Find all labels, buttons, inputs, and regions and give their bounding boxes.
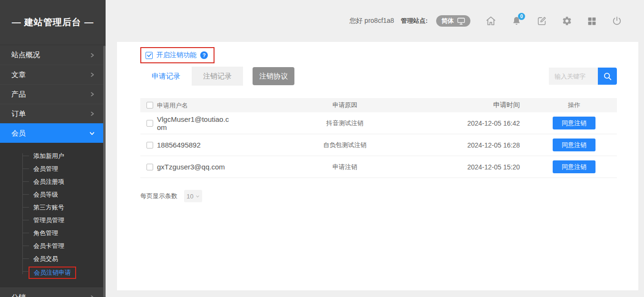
edit-icon[interactable] xyxy=(537,16,547,26)
search-group xyxy=(549,68,617,85)
sidebar-menu: 站点概况 文章 产品 订单 会员 xyxy=(0,45,106,143)
sidebar-submenu-members: 添加新用户 会员管理 会员注册项 会员等级 第三方账号 管理员管理 角色管理 会… xyxy=(0,143,106,287)
column-header-username: 申请用户名 xyxy=(157,101,266,109)
submenu-item-registration-fields[interactable]: 会员注册项 xyxy=(0,175,106,188)
sidebar-item-orders[interactable]: 订单 xyxy=(0,104,106,123)
pagination-row: 每页显示条数 10 xyxy=(140,190,617,202)
chevron-right-icon xyxy=(89,111,95,117)
tab-deregistration-records[interactable]: 注销记录 xyxy=(192,67,243,86)
submenu-item-member-deregistration[interactable]: 会员注销申请 xyxy=(0,265,106,280)
cell-reason: 自负包测试注销 xyxy=(266,141,423,149)
sidebar-scrollbar[interactable] xyxy=(103,46,106,297)
submenu-item-role-management[interactable]: 角色管理 xyxy=(0,227,106,239)
page-size-select[interactable]: 10 xyxy=(184,190,202,202)
table-header-row: 申请用户名 申请原因 申请时间 操作 xyxy=(140,98,617,112)
enable-deregistration-checkbox[interactable] xyxy=(146,52,153,59)
agree-deregistration-button[interactable]: 同意注销 xyxy=(553,160,595,173)
notification-badge: 0 xyxy=(518,13,525,20)
sidebar-item-label: 文章 xyxy=(11,70,26,79)
topbar-icon-group: 0 xyxy=(485,15,622,27)
language-label: 简体 xyxy=(441,17,454,25)
cell-time: 2024-12-05 15:20 xyxy=(423,163,531,171)
cell-reason: 抖音测试注销 xyxy=(266,119,423,128)
table-row: 18856495892 自负包测试注销 2024-12-05 16:28 同意注… xyxy=(140,134,617,156)
cell-time: 2024-12-05 16:42 xyxy=(423,119,531,127)
chevron-right-icon xyxy=(89,91,95,97)
cell-username: VlgcMuser1@toutiao.com xyxy=(157,115,232,131)
sidebar-item-site-overview[interactable]: 站点概况 xyxy=(0,45,106,65)
row-checkbox[interactable] xyxy=(146,142,153,148)
cell-time: 2024-12-05 16:28 xyxy=(423,141,531,149)
home-icon[interactable] xyxy=(485,15,497,27)
search-icon xyxy=(603,71,613,81)
help-question-icon[interactable]: ? xyxy=(200,51,208,59)
language-site-toggle[interactable]: 简体 xyxy=(436,15,470,27)
chevron-down-icon xyxy=(89,130,95,137)
deregistration-requests-table: 申请用户名 申请原因 申请时间 操作 VlgcMuser1@toutiao.co… xyxy=(140,98,617,178)
apps-grid-icon[interactable] xyxy=(587,16,597,26)
sidebar-item-products[interactable]: 产品 xyxy=(0,84,106,104)
user-greeting: 您好 pro8cf1a8 xyxy=(349,17,394,25)
column-header-reason: 申请原因 xyxy=(266,101,423,109)
chevron-right-icon xyxy=(89,52,95,58)
enable-deregistration-label[interactable]: 开启注销功能 xyxy=(156,51,196,59)
table-row: VlgcMuser1@toutiao.com 抖音测试注销 2024-12-05… xyxy=(140,112,617,134)
chevron-right-icon xyxy=(89,295,95,297)
sidebar-item-distribution[interactable]: 分销 xyxy=(0,287,106,297)
settings-gear-icon[interactable] xyxy=(562,16,572,26)
submenu-item-add-user[interactable]: 添加新用户 xyxy=(0,149,106,162)
sidebar-item-label: 订单 xyxy=(11,109,26,119)
submenu-item-member-cards[interactable]: 会员卡管理 xyxy=(0,239,106,252)
search-input[interactable] xyxy=(549,68,598,85)
tab-application-records[interactable]: 申请记录 xyxy=(140,67,192,86)
deregistration-toggle-row: 开启注销功能 ? xyxy=(140,47,617,63)
chevron-right-icon xyxy=(89,72,95,78)
highlight-box: 开启注销功能 ? xyxy=(140,47,215,63)
sidebar-item-label: 产品 xyxy=(11,90,26,99)
submenu-item-member-management[interactable]: 会员管理 xyxy=(0,162,106,175)
sidebar-item-label: 站点概况 xyxy=(11,50,40,59)
app-title: — 建站管理后台 — xyxy=(0,0,106,45)
row-checkbox[interactable] xyxy=(146,120,153,127)
main-panel: 开启注销功能 ? 申请记录 注销记录 注销协议 申请用户名 申请原因 申请时间 … xyxy=(117,42,638,290)
column-header-action: 操作 xyxy=(531,101,617,109)
submenu-item-member-levels[interactable]: 会员等级 xyxy=(0,188,106,201)
cell-username: 18856495892 xyxy=(157,141,201,149)
topbar: 您好 pro8cf1a8 管理站点: 简体 0 xyxy=(106,0,644,42)
sidebar-item-members[interactable]: 会员 xyxy=(0,123,106,143)
sidebar-item-label: 分销 xyxy=(11,293,26,297)
submenu-item-admin-management[interactable]: 管理员管理 xyxy=(0,214,106,227)
table-row: gxTzguser3@qq.com 申请注销 2024-12-05 15:20 … xyxy=(140,156,617,178)
managed-site-label: 管理站点: xyxy=(401,17,428,25)
submenu-item-third-party-accounts[interactable]: 第三方账号 xyxy=(0,201,106,214)
agree-deregistration-button[interactable]: 同意注销 xyxy=(553,139,595,151)
monitor-icon xyxy=(457,18,465,25)
page-size-label: 每页显示条数 xyxy=(140,192,177,200)
sidebar-item-label: 会员 xyxy=(11,129,26,138)
sidebar-item-articles[interactable]: 文章 xyxy=(0,65,106,84)
cell-reason: 申请注销 xyxy=(266,163,423,171)
search-button[interactable] xyxy=(598,68,617,85)
column-header-time: 申请时间 xyxy=(423,101,531,109)
deregistration-agreement-button[interactable]: 注销协议 xyxy=(253,67,294,85)
chevron-down-icon xyxy=(195,194,200,198)
agree-deregistration-button[interactable]: 同意注销 xyxy=(553,117,595,129)
power-logout-icon[interactable] xyxy=(612,16,622,26)
submenu-item-member-transactions[interactable]: 会员交易 xyxy=(0,252,106,265)
select-all-checkbox[interactable] xyxy=(146,102,153,109)
highlight-box: 会员注销申请 xyxy=(29,267,76,279)
tabs-row: 申请记录 注销记录 注销协议 xyxy=(140,67,617,86)
notifications-bell-icon[interactable]: 0 xyxy=(511,16,522,26)
row-checkbox[interactable] xyxy=(146,164,153,170)
cell-username: gxTzguser3@qq.com xyxy=(157,163,225,171)
sidebar: — 建站管理后台 — 站点概况 文章 产品 订单 xyxy=(0,0,106,297)
